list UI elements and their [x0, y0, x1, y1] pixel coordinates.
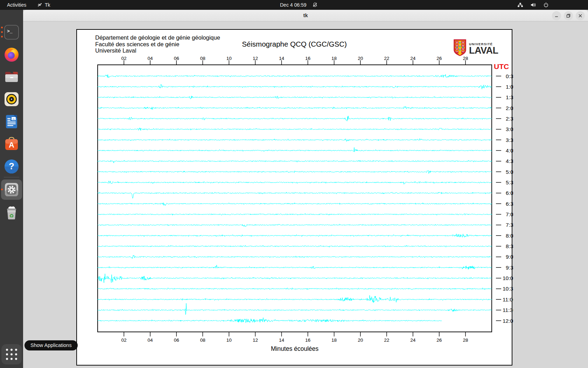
seismo-trace-8:00	[98, 234, 492, 237]
x-tick-label-bottom: 22	[384, 338, 389, 343]
seismo-trace-9:00	[98, 255, 492, 259]
seismo-trace-4:30	[98, 160, 492, 163]
time-tick-label: 11:30	[503, 307, 513, 313]
x-tick-label-bottom: 28	[463, 338, 468, 343]
time-tick-label: 3:00	[506, 126, 513, 132]
close-button[interactable]	[576, 11, 585, 20]
seismo-trace-1:30	[98, 96, 492, 99]
x-tick-label-bottom: 18	[331, 338, 337, 343]
time-tick-label: 11:00	[503, 297, 513, 302]
seismo-trace-6:30	[98, 203, 492, 206]
svg-text:>_: >_	[7, 29, 13, 34]
dock-item-files[interactable]	[4, 69, 20, 85]
time-tick-label: 6:00	[506, 190, 513, 196]
x-tick-label-top: 02	[121, 56, 127, 61]
time-tick-label: 0:30	[506, 73, 513, 79]
x-tick-label-bottom: 04	[148, 338, 153, 343]
seismo-trace-1:00	[98, 84, 492, 89]
seismo-trace-2:00	[98, 106, 492, 109]
chart-title: Séismographe QCQ (CGC/GSC)	[77, 40, 512, 48]
time-tick-label: 4:00	[506, 148, 513, 154]
terminal-running-dot	[1, 31, 3, 33]
time-tick-label: 9:00	[506, 254, 513, 260]
x-axis-label: Minutes écoulées	[271, 345, 318, 352]
x-tick-label-bottom: 16	[305, 338, 310, 343]
show-applications-button[interactable]	[1, 344, 22, 364]
time-tick-label: 10:30	[503, 286, 513, 292]
system-status-menu[interactable]	[517, 0, 549, 10]
time-tick-label: 7:00	[506, 211, 513, 217]
dock-item-libreoffice-writer[interactable]	[4, 114, 20, 130]
laval-shield-icon	[454, 39, 466, 57]
dock-item-firefox[interactable]	[4, 46, 20, 62]
seismo-trace-7:00	[98, 213, 492, 215]
window-title: tk	[23, 10, 588, 21]
time-tick-label: 4:30	[506, 158, 513, 164]
x-tick-label-top: 16	[305, 56, 310, 61]
time-tick-label: 5:00	[506, 169, 513, 175]
seismo-trace-11:00	[98, 295, 492, 303]
x-tick-label-top: 12	[253, 56, 258, 61]
seismo-trace-2:30	[98, 116, 492, 121]
dock-item-settings[interactable]	[4, 182, 20, 198]
tk-icon	[37, 2, 42, 8]
x-tick-label-top: 26	[436, 56, 442, 61]
x-tick-label-bottom: 26	[436, 338, 442, 343]
terminal-running-dot	[1, 27, 3, 28]
focused-app-label: Tk	[45, 2, 50, 8]
x-tick-label-top: 20	[358, 56, 363, 61]
minimize-button[interactable]	[552, 11, 561, 20]
x-tick-label-bottom: 20	[358, 338, 363, 343]
dock-item-ubuntu-software[interactable]: A	[4, 136, 20, 152]
time-tick-label: 2:30	[506, 116, 513, 122]
plot-border	[98, 65, 492, 332]
dock-item-trash[interactable]: ♻	[4, 205, 20, 221]
utc-label: UTC	[494, 62, 509, 70]
title-bar[interactable]: tk	[23, 10, 588, 21]
x-tick-label-top: 22	[384, 56, 389, 61]
dock-item-terminal[interactable]: >_	[4, 24, 20, 40]
bell-muted-icon	[312, 2, 318, 8]
x-tick-label-top: 08	[200, 56, 205, 61]
terminal-running-dot	[1, 36, 3, 38]
logo-laval-label: LAVAL	[469, 46, 498, 55]
universite-laval-logo: UNIVERSITÉ LAVAL	[454, 39, 498, 57]
seismogram-plot: 0202040406060808101012121414161618182020…	[77, 30, 513, 365]
seismo-trace-8:30	[98, 245, 492, 247]
top-bar: Activities Tk Dec 4 06:59	[0, 0, 588, 10]
dock-item-help[interactable]: ?	[4, 158, 20, 175]
seismo-trace-5:30	[98, 181, 492, 184]
focused-app-menu[interactable]: Tk	[37, 0, 50, 10]
activities-button[interactable]: Activities	[5, 0, 28, 10]
seismo-trace-11:30	[98, 303, 492, 314]
seismo-trace-9:30	[98, 265, 492, 270]
seismo-trace-7:30	[98, 224, 492, 226]
tk-window: tk 0202040406060808101012121414161618182…	[23, 10, 588, 368]
time-tick-label: 5:30	[506, 179, 513, 185]
x-tick-label-bottom: 24	[410, 338, 416, 343]
time-tick-label: 9:30	[506, 265, 513, 271]
x-tick-label-bottom: 06	[174, 338, 179, 343]
time-tick-label: 1:30	[506, 94, 513, 100]
seismo-trace-3:00	[98, 128, 492, 131]
seismo-trace-6:00	[98, 192, 492, 198]
settings-running-dot	[1, 189, 3, 190]
x-tick-label-bottom: 14	[279, 338, 285, 343]
dock-item-rhythmbox[interactable]	[4, 91, 20, 107]
time-tick-label: 8:00	[506, 233, 513, 239]
clock-menu[interactable]: Dec 4 06:59	[280, 0, 318, 10]
svg-text:?: ?	[9, 161, 14, 171]
x-tick-label-top: 06	[174, 56, 179, 61]
x-tick-label-top: 10	[226, 56, 232, 61]
dock-separator	[4, 177, 19, 177]
x-tick-label-bottom: 10	[226, 338, 232, 343]
time-tick-label: 12:00	[503, 318, 513, 324]
seismograph-panel: 0202040406060808101012121414161618182020…	[76, 29, 512, 366]
x-tick-label-top: 24	[410, 56, 416, 61]
seismo-trace-12:00	[98, 318, 442, 322]
x-tick-label-bottom: 02	[121, 338, 127, 343]
svg-text:A: A	[9, 141, 14, 149]
maximize-button[interactable]	[564, 11, 573, 20]
volume-icon	[530, 2, 536, 8]
power-icon	[543, 2, 549, 8]
